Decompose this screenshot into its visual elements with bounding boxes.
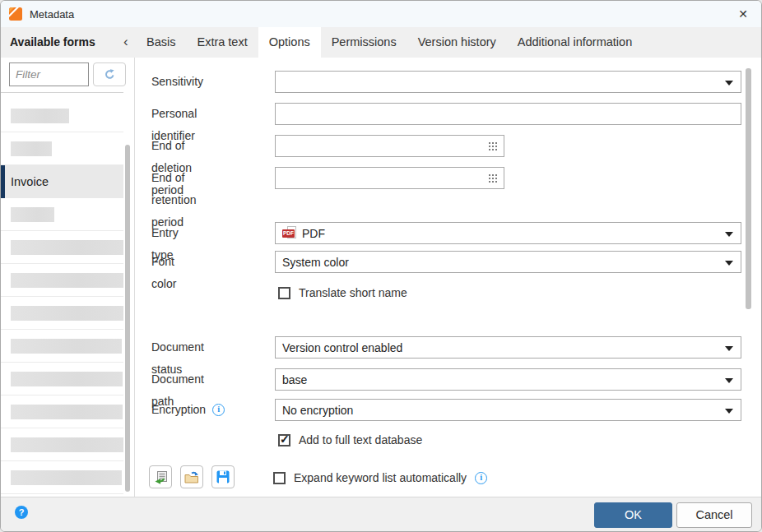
redacted-text-bar [11, 109, 69, 123]
collapse-sidebar-icon[interactable]: ‹ [118, 27, 133, 58]
list-item-placeholder[interactable] [1, 297, 123, 330]
expand-keyword-info-icon[interactable]: i [475, 472, 487, 484]
document-status-select[interactable]: Version control enabled [275, 336, 741, 359]
chevron-down-icon [725, 261, 733, 266]
sensitivity-label: Sensitivity [151, 71, 203, 93]
add-full-text-label: Add to full text database [299, 433, 422, 446]
redacted-text-bar [11, 405, 123, 419]
redacted-text-bar [11, 207, 54, 222]
tab-options[interactable]: Options [258, 27, 321, 58]
list-item-placeholder[interactable] [1, 428, 123, 461]
chevron-down-icon [725, 378, 733, 383]
document-path-select[interactable]: base [275, 368, 741, 391]
retention-period-input[interactable] [275, 167, 504, 189]
form-mini-toolbar [149, 465, 235, 488]
filter-row [1, 62, 134, 87]
list-item-placeholder[interactable] [1, 231, 123, 264]
redacted-text-bar [11, 273, 123, 288]
tab-strip: Available forms ‹ BasisExtra textOptions… [1, 27, 761, 58]
content-scrollbar[interactable] [746, 68, 751, 309]
expand-keyword-checkbox[interactable] [273, 472, 286, 484]
list-item-placeholder[interactable] [1, 330, 123, 363]
redacted-text-bar [11, 306, 123, 321]
chevron-down-icon [725, 346, 733, 351]
list-item-placeholder[interactable] [1, 99, 123, 132]
list-item-invoice[interactable]: Invoice [1, 165, 123, 198]
help-icon[interactable]: ? [15, 506, 28, 519]
tab-additional-information[interactable]: Additional information [507, 27, 643, 58]
title-bar: Metadata ✕ [1, 1, 761, 27]
save-disk-icon [216, 470, 230, 483]
apply-template-button[interactable] [149, 465, 172, 488]
app-logo-icon [9, 7, 22, 21]
refresh-icon [104, 68, 116, 81]
tab-bar: BasisExtra textOptionsPermissionsVersion… [136, 27, 643, 58]
list-item-placeholder[interactable] [1, 198, 123, 231]
forms-list: Invoice [1, 92, 123, 496]
list-item-placeholder[interactable] [1, 396, 123, 428]
ok-button[interactable]: OK [594, 502, 672, 528]
redacted-text-bar [11, 437, 123, 452]
available-forms-heading: Available forms [10, 27, 95, 58]
encryption-label: Encryption [151, 399, 206, 421]
list-item-placeholder[interactable] [1, 363, 123, 396]
open-folder-icon [184, 470, 199, 484]
tab-extra-text[interactable]: Extra text [186, 27, 258, 58]
chevron-down-icon [725, 232, 733, 237]
redacted-text-bar [11, 141, 52, 156]
refresh-button[interactable] [93, 62, 126, 86]
sensitivity-select[interactable] [275, 71, 741, 93]
tab-permissions[interactable]: Permissions [321, 27, 407, 58]
chevron-down-icon [725, 409, 733, 414]
redacted-text-bar [11, 372, 123, 386]
available-forms-panel: Invoice [1, 58, 135, 497]
list-item-placeholder[interactable] [1, 461, 123, 494]
translate-short-name-label: Translate short name [299, 286, 407, 299]
tab-version-history[interactable]: Version history [407, 27, 507, 58]
keyword-grid-icon[interactable] [487, 141, 499, 152]
footer-bar: ? OK Cancel [1, 497, 761, 532]
entry-type-select[interactable]: PDF PDF [275, 222, 741, 244]
add-full-text-checkbox[interactable] [278, 434, 290, 446]
font-color-select[interactable]: System color [275, 251, 741, 273]
redacted-text-bar [11, 470, 122, 485]
import-list-icon [154, 470, 168, 484]
options-tab-panel: Sensitivity Personal identifier End of d… [136, 58, 762, 497]
encryption-info-icon[interactable]: i [212, 404, 225, 416]
chevron-down-icon [725, 81, 733, 86]
encryption-select[interactable]: No encryption [275, 399, 741, 421]
filter-input[interactable] [9, 62, 89, 86]
expand-keyword-label: Expand keyword list automatically [294, 471, 467, 484]
list-item-placeholder[interactable] [1, 132, 123, 165]
cancel-button[interactable]: Cancel [676, 502, 752, 528]
close-icon[interactable]: ✕ [735, 7, 751, 23]
keyword-grid-icon[interactable] [487, 173, 499, 184]
window-title: Metadata [30, 8, 74, 21]
tab-basis[interactable]: Basis [136, 27, 186, 58]
redacted-text-bar [11, 339, 122, 354]
save-form-button[interactable] [211, 465, 235, 488]
redacted-text-bar [11, 240, 123, 255]
translate-short-name-checkbox[interactable] [278, 287, 290, 299]
pdf-file-icon: PDF [282, 226, 296, 240]
load-form-button[interactable] [180, 465, 203, 488]
personal-identifier-input[interactable] [275, 103, 741, 125]
font-color-label: Font color [151, 251, 176, 295]
list-item-placeholder[interactable] [1, 264, 123, 297]
sidebar-scrollbar[interactable] [125, 145, 130, 492]
metadata-dialog: Metadata ✕ Available forms ‹ BasisExtra … [0, 0, 762, 532]
deletion-period-input[interactable] [275, 135, 504, 157]
